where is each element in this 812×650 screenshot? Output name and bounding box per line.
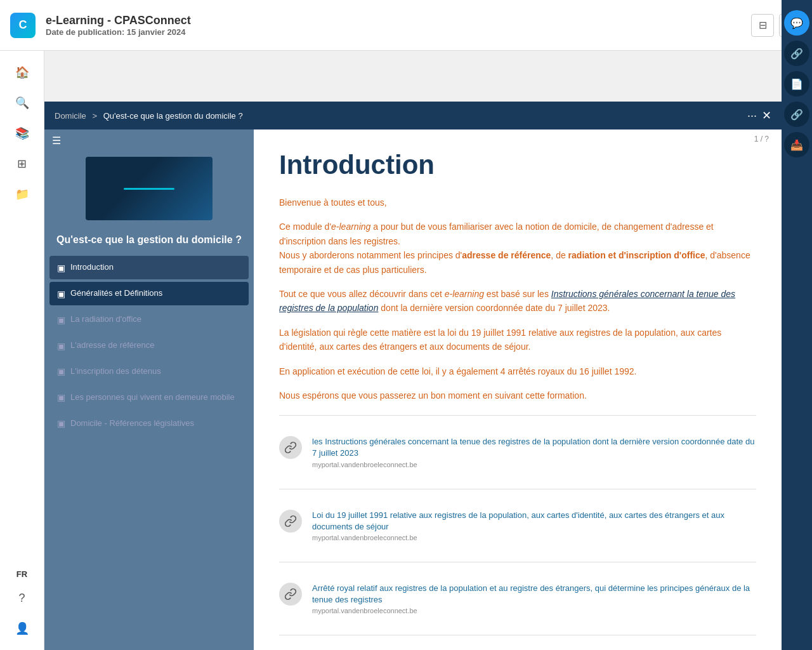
link-card-2-icon [279, 510, 302, 533]
right-sidebar-link1-icon[interactable]: 🔗 [784, 41, 809, 66]
panel-toggle-button[interactable]: ☰ [44, 129, 254, 152]
paragraph-welcome: Bienvenue à toutes et tous, [279, 196, 756, 209]
link-card-1-content: les Instructions générales concernant la… [312, 436, 756, 468]
link-card-1-title[interactable]: les Instructions générales concernant la… [312, 436, 756, 459]
link-card-2-content: Loi du 19 juillet 1991 relative aux regi… [312, 510, 756, 541]
panel-sidebar: ☰ Qu'est-ce que la gestion du domicile ?… [44, 129, 254, 650]
link-card-1-icon [279, 436, 302, 459]
right-sidebar-chat-icon[interactable]: 💬 [784, 10, 809, 36]
breadcrumb: Domicile > Qu'est-ce que la gestion du d… [55, 111, 747, 121]
nav-icon-adresse: ▣ [57, 341, 65, 351]
link-card-2-url: myportal.vandenbroeleconnect.be [312, 534, 756, 541]
link-card-3: Arrêté royal relatif aux registres de la… [279, 575, 756, 622]
nav-label-generalites: Généralités et Définitions [70, 288, 162, 299]
breadcrumb-current: Qu'est-ce que la gestion du domicile ? [103, 111, 243, 121]
link-card-3-title[interactable]: Arrêté royal relatif aux registres de la… [312, 583, 756, 606]
breadcrumb-home[interactable]: Domicile [55, 111, 86, 121]
paragraph-module: Ce module d'e-learning a pour but de vou… [279, 220, 756, 277]
language-button[interactable]: FR [16, 569, 27, 579]
link-card-1-url: myportal.vandenbroeleconnect.be [312, 461, 756, 468]
nav-item-generalites[interactable]: ▣ Généralités et Définitions [49, 282, 249, 305]
nav-item-detenus: ▣ L'inscription des détenus [49, 360, 249, 383]
top-bar-info: e-Learning - CPASConnect Date de publica… [46, 14, 751, 37]
link-card-3-content: Arrêté royal relatif aux registres de la… [312, 583, 756, 614]
modal-header: Domicile > Qu'est-ce que la gestion du d… [44, 102, 782, 129]
nav-item-adresse: ▣ L'adresse de référence [49, 334, 249, 357]
nav-icon-references: ▣ [57, 418, 65, 428]
divider-2 [279, 489, 756, 489]
page-counter: 1 / ? [754, 135, 769, 143]
sidebar-help-icon[interactable]: ? [11, 587, 34, 609]
modal-header-actions: ··· ✕ [747, 109, 771, 123]
right-sidebar-doc-icon[interactable]: 📄 [784, 71, 809, 96]
link-card-3-icon [279, 583, 302, 606]
nav-item-mobile: ▣ Les personnes qui vivent en demeure mo… [49, 386, 249, 409]
nav-label-radiation: La radiation d'office [70, 314, 141, 325]
panel-thumbnail [86, 157, 213, 220]
top-bar: C e-Learning - CPASConnect Date de publi… [0, 0, 812, 51]
nav-label-detenus: L'inscription des détenus [70, 366, 161, 377]
nav-label-adresse: L'adresse de référence [70, 340, 155, 351]
content-title: Introduction [279, 150, 756, 180]
paragraph-instructions: Tout ce que vous allez découvrir dans ce… [279, 287, 756, 315]
modal: Domicile > Qu'est-ce que la gestion du d… [44, 102, 782, 650]
nav-icon-generalites: ▣ [57, 289, 65, 299]
modal-close-button[interactable]: ✕ [762, 109, 771, 123]
divider-4 [279, 635, 756, 635]
nav-label-introduction: Introduction [70, 262, 114, 273]
link-card-1: les Instructions générales concernant la… [279, 428, 756, 475]
app-title: e-Learning - CPASConnect [46, 14, 751, 27]
sidebar-folder-icon[interactable]: 📁 [11, 183, 34, 206]
right-sidebar-link2-icon[interactable]: 🔗 [784, 102, 809, 127]
nav-icon-detenus: ▣ [57, 366, 65, 376]
sidebar-grid-icon[interactable]: ⊞ [11, 152, 34, 175]
nav-label-mobile: Les personnes qui vivent en demeure mobi… [70, 392, 235, 403]
modal-more-button[interactable]: ··· [747, 109, 757, 123]
link-card-2: Loi du 19 juillet 1991 relative aux regi… [279, 502, 756, 549]
breadcrumb-sep: > [92, 111, 97, 121]
nav-label-references: Domicile - Références législatives [70, 418, 194, 429]
paragraph-espoir: Nous espérons que vous passerez un bon m… [279, 388, 756, 402]
nav-icon-radiation: ▣ [57, 315, 65, 325]
sidebar-library-icon[interactable]: 📚 [11, 122, 34, 145]
panel-title: Qu'est-ce que la gestion du domicile ? [44, 225, 254, 255]
nav-icon-mobile: ▣ [57, 392, 65, 402]
sidebar-bottom: FR ? 👤 [11, 569, 34, 650]
bookmark-button[interactable]: ⊟ [751, 14, 774, 37]
modal-body: ☰ Qu'est-ce que la gestion du domicile ?… [44, 129, 782, 650]
nav-item-introduction[interactable]: ▣ Introduction [49, 256, 249, 279]
main-area: Domicile > Qu'est-ce que la gestion du d… [44, 102, 782, 650]
panel-thumbnail-inner [86, 157, 213, 220]
divider-3 [279, 562, 756, 562]
left-sidebar: 🏠 🔍 📚 ⊞ 📁 FR ? 👤 [0, 51, 44, 650]
sidebar-user-icon[interactable]: 👤 [11, 617, 34, 640]
link-card-3-url: myportal.vandenbroeleconnect.be [312, 607, 756, 614]
paragraph-arretes: En application et exécution de cette loi… [279, 364, 756, 378]
nav-item-radiation: ▣ La radiation d'office [49, 308, 249, 331]
sidebar-home-icon[interactable]: 🏠 [11, 61, 34, 84]
right-sidebar-download-icon[interactable]: 📥 [784, 132, 809, 157]
nav-icon-introduction: ▣ [57, 263, 65, 273]
content-area: 1 / ? Introduction Bienvenue à toutes et… [254, 129, 782, 650]
panel-thumbnail-line [124, 188, 174, 190]
publication-date: Date de publication: 15 janvier 2024 [46, 27, 751, 37]
link-card-2-title[interactable]: Loi du 19 juillet 1991 relative aux regi… [312, 510, 756, 533]
sidebar-search-icon[interactable]: 🔍 [11, 91, 34, 114]
divider-1 [279, 415, 756, 416]
paragraph-legislation: La législation qui règle cette matière e… [279, 326, 756, 354]
logo: C [10, 13, 36, 38]
right-sidebar: 💬 🔗 📄 🔗 📥 [782, 0, 812, 650]
nav-item-references: ▣ Domicile - Références législatives [49, 412, 249, 435]
